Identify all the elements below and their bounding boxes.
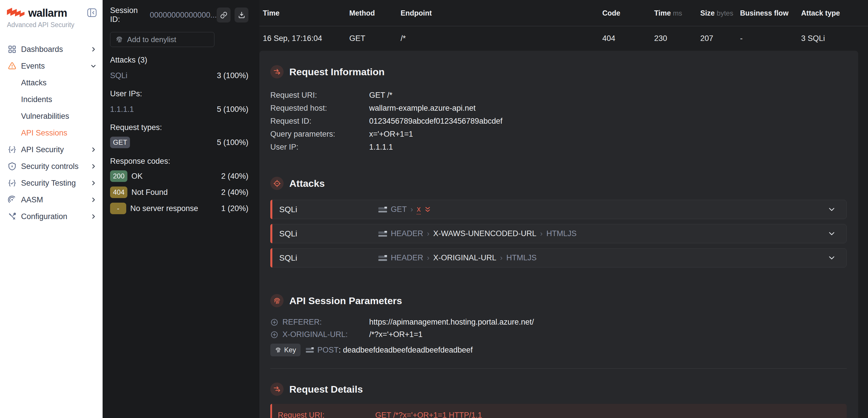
session-key-row: Key POST : deadbeefdeadbeefdeadbeefdeadb… [270,343,847,357]
chevron-right-icon [91,197,96,203]
col-method: Method [349,9,401,17]
sidebar-item-dashboards[interactable]: Dashboards [0,41,102,58]
sidebar-item-security-controls[interactable]: Security controls [0,158,102,175]
plus-circle-icon[interactable] [270,331,278,339]
sidebar-item-vulnerabilities[interactable]: Vulnerabilities [0,108,102,124]
row-size: 207 [700,34,740,43]
request-types-heading: Request types: [110,123,248,132]
status-count: 2 (40%) [221,188,248,197]
chevron-down-icon[interactable] [829,208,835,212]
attack-row[interactable]: SQLi HEADER › X-WAWS-UNENCODED-URL › HTM… [270,224,847,243]
param-lines-icon [378,255,387,261]
warning-triangle-icon [7,62,17,70]
request-details-header: Request Details [270,383,847,396]
method-badge: GET [110,137,130,148]
sidebar-item-aasm[interactable]: AASM [0,191,102,208]
request-information-header: Request Information [270,65,847,79]
attacks-section-header: Attacks [270,177,847,190]
sidebar-nav: Dashboards Events Attacks [0,41,102,225]
chevron-right-icon [91,47,96,52]
arrows-right-icon [270,383,284,396]
attack-row[interactable]: SQLi GET › x [270,200,847,219]
collapse-sidebar-icon [87,8,97,17]
chevron-right-icon [91,214,96,219]
attack-row[interactable]: SQLi HEADER › X-ORIGINAL-URL › HTMLJS [270,248,847,268]
double-chevron-down-icon[interactable] [425,206,431,213]
row-code: 404 [602,34,654,43]
status-badge: 404 [110,186,127,198]
add-to-denylist-button[interactable]: Add to denylist [110,32,214,47]
sidebar-item-label: Configuration [21,212,67,221]
user-ip-count: 5 (100%) [217,105,248,114]
sidebar-item-label: API Sessions [21,128,67,138]
sidebar-item-events[interactable]: Events [0,58,102,74]
chevron-down-icon[interactable] [829,232,835,236]
field-row: Request ID: 0123456789abcdef0123456789ab… [270,115,847,128]
main-content: Time Method Endpoint Code Timems Sizebyt… [259,0,868,418]
section-title: Attacks [289,178,325,189]
chevron-right-icon [91,180,96,186]
status-label: OK [131,172,143,181]
shield-bolt-icon [7,162,17,171]
requests-table-header: Time Method Endpoint Code Timems Sizebyt… [259,0,868,26]
key-value: : deadbeefdeadbeefdeadbeefdeadbeef [339,346,473,355]
session-summary-panel: Session ID: 00000000000000... [102,0,259,418]
attack-location: GET › x [378,205,431,214]
key-method-label: POST [317,346,339,355]
chevron-down-icon[interactable] [829,256,835,260]
sidebar-item-label: Events [21,62,45,71]
session-id-label: Session ID: [110,6,146,24]
attack-type-name: SQLi [110,71,127,80]
sidebar-item-label: Security controls [21,162,79,171]
session-id-value: 00000000000000... [150,11,217,20]
row-time-ms: 230 [654,34,700,43]
download-icon [238,11,246,19]
col-endpoint: Endpoint [401,9,602,17]
status-count: 2 (40%) [221,172,248,181]
download-session-button[interactable] [235,7,248,23]
payload-parameter[interactable]: x [417,205,421,214]
session-parameters-header: API Session Parameters [270,294,847,307]
sidebar-item-api-sessions[interactable]: API Sessions [0,124,102,141]
param-lines-icon [378,231,387,237]
attack-type-label: SQLi [279,253,378,263]
sidebar-item-incidents[interactable]: Incidents [0,91,102,108]
sidebar-item-label: Security Testing [21,179,76,188]
link-icon [220,11,228,19]
col-business-flow: Business flow [740,9,801,17]
section-title: Request Information [289,66,385,78]
denylist-button-label: Add to denylist [127,35,176,44]
status-label: Not Found [131,188,168,197]
request-table-row[interactable]: 16 Sep, 17:16:04 GET /* 404 230 207 - 3 … [259,26,868,51]
sidebar-item-label: Dashboards [21,45,63,54]
request-detail-panel: Request Information Request URI: GET /* … [259,51,858,418]
sidebar-item-attacks[interactable]: Attacks [0,74,102,91]
braces-check-icon [7,179,17,187]
request-type-row: GET 5 (100%) [110,137,248,148]
plus-circle-icon[interactable] [270,318,278,326]
arrows-right-icon [270,65,284,79]
sidebar-item-configuration[interactable]: Configuration [0,208,102,225]
section-title: API Session Parameters [289,295,402,306]
sidebar-item-api-security[interactable]: API Security [0,141,102,158]
field-row: Query parameters: x='+OR+1=1 [270,128,847,141]
sidebar-item-security-testing[interactable]: Security Testing [0,175,102,191]
user-ip-value: 1.1.1.1 [110,105,134,114]
status-label: No server response [130,204,198,213]
response-code-row: 200 OK 2 (40%) [110,170,248,182]
status-count: 1 (20%) [221,204,248,213]
response-codes-heading: Response codes: [110,157,248,166]
row-endpoint: /* [401,34,602,43]
param-lines-icon [306,347,314,353]
collapse-sidebar-button[interactable] [87,8,97,17]
col-time: Time [263,9,349,17]
status-badge: 200 [110,170,127,182]
response-code-row: - No server response 1 (20%) [110,203,248,214]
wallarm-logo-icon [7,7,25,19]
parameter-row: REFERER: https://apimanagement.hosting.p… [270,316,847,328]
row-business-flow: - [740,34,801,43]
copy-session-link-button[interactable] [217,7,230,23]
request-information-fields: Request URI: GET /* Requested host: wall… [270,89,847,154]
field-row: Request URI: GET /* [270,89,847,102]
tools-icon [7,212,17,221]
